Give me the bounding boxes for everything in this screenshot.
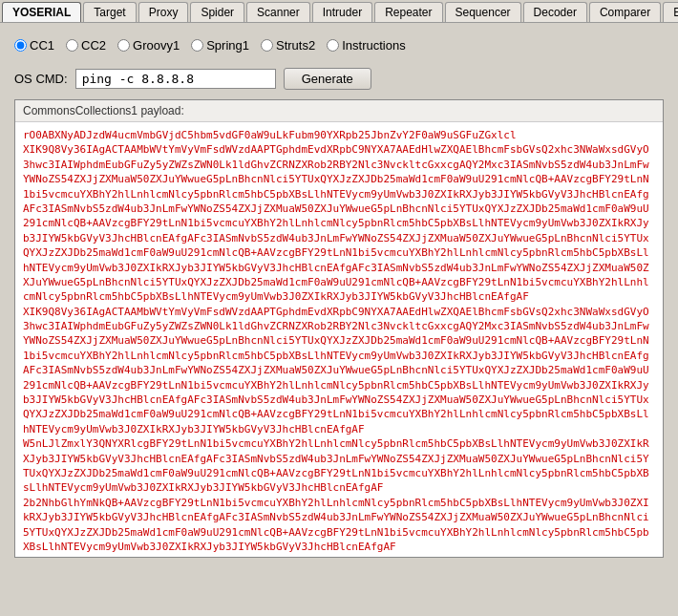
payload-header: CommonsCollections1 payload:	[15, 100, 663, 122]
radio-cc2-label: CC2	[81, 38, 106, 53]
cmd-label: OS CMD:	[14, 72, 68, 86]
payload-text-area[interactable]: rO0ABXNyADJzdW4ucmVmbGVjdC5hbm5vdGF0aW9u…	[15, 122, 663, 552]
radio-struts2-label: Struts2	[276, 38, 315, 53]
tab-intruder[interactable]: Intruder	[312, 2, 372, 22]
nav-bar: YOSERIAL Target Proxy Spider Scanner Int…	[0, 0, 678, 23]
radio-struts2[interactable]: Struts2	[261, 38, 315, 53]
radio-spring1[interactable]: Spring1	[191, 38, 249, 53]
tab-spider[interactable]: Spider	[190, 2, 244, 22]
radio-groovy1[interactable]: Groovy1	[117, 38, 180, 53]
radio-spring1-label: Spring1	[206, 38, 249, 53]
tab-repeater[interactable]: Repeater	[374, 2, 442, 22]
radio-cc2[interactable]: CC2	[66, 38, 106, 53]
main-content: CC1 CC2 Groovy1 Spring1 Struts2 Instruct…	[0, 23, 678, 567]
tab-sequencer[interactable]: Sequencer	[445, 2, 521, 22]
radio-group: CC1 CC2 Groovy1 Spring1 Struts2 Instruct…	[14, 32, 664, 58]
radio-groovy1-label: Groovy1	[133, 38, 180, 53]
tab-comparer[interactable]: Comparer	[589, 2, 661, 22]
payload-container: CommonsCollections1 payload: rO0ABXNyADJ…	[14, 99, 664, 558]
tab-ex[interactable]: Ex	[663, 2, 678, 22]
radio-instructions[interactable]: Instructions	[327, 38, 405, 53]
tab-proxy[interactable]: Proxy	[138, 2, 189, 22]
radio-instructions-label: Instructions	[342, 38, 405, 53]
generate-button[interactable]: Generate	[284, 68, 371, 90]
cmd-row: OS CMD: Generate	[14, 68, 664, 90]
tab-yoserial[interactable]: YOSERIAL	[2, 2, 81, 22]
cmd-input[interactable]	[75, 69, 276, 89]
radio-cc1[interactable]: CC1	[14, 38, 54, 53]
radio-cc1-label: CC1	[30, 38, 54, 53]
tab-decoder[interactable]: Decoder	[523, 2, 587, 22]
tab-scanner[interactable]: Scanner	[246, 2, 310, 22]
tab-target[interactable]: Target	[83, 2, 136, 22]
